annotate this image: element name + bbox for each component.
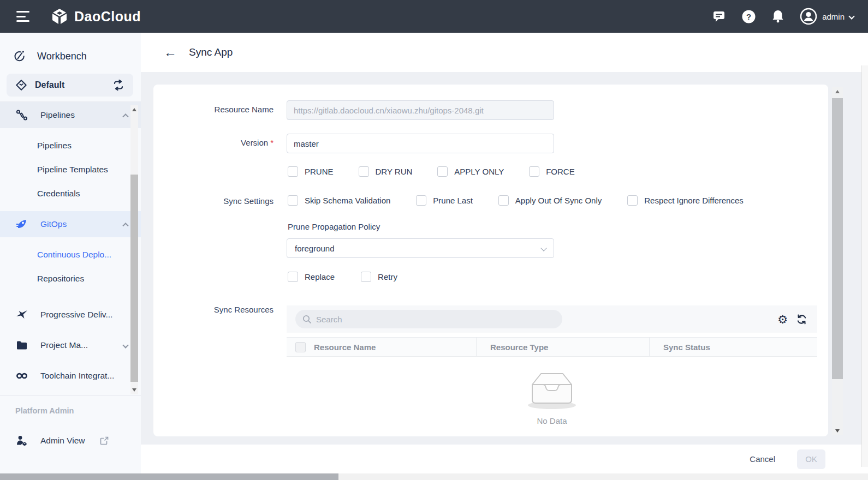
scroll-down-arrow-icon[interactable] xyxy=(835,429,840,433)
checkbox-apply-only[interactable]: APPLY ONLY xyxy=(437,166,504,177)
item-label: Pipelines xyxy=(37,141,72,151)
checkbox-box[interactable] xyxy=(627,195,638,206)
help-icon[interactable]: ? xyxy=(741,9,756,24)
svg-text:?: ? xyxy=(746,12,751,21)
checkbox-box[interactable] xyxy=(416,195,426,206)
ok-button[interactable]: OK xyxy=(797,449,825,469)
scroll-down-arrow-icon[interactable] xyxy=(132,388,136,392)
brand-name: DaoCloud xyxy=(74,9,141,25)
refresh-icon[interactable] xyxy=(796,314,807,325)
sync-resources-toolbar: ⚙ xyxy=(287,305,817,333)
checkbox-retry[interactable]: Retry xyxy=(361,272,397,282)
version-input[interactable] xyxy=(287,134,554,153)
sidebar-item-workbench[interactable]: Workbench xyxy=(13,46,141,67)
item-label: Progressive Deliv... xyxy=(40,310,112,320)
resources-table-header: Resource Name Resource Type Sync Status xyxy=(287,337,817,357)
notifications-bell-icon[interactable] xyxy=(770,9,786,24)
settings-gear-icon[interactable]: ⚙ xyxy=(777,314,788,325)
sidebar-item-progressive-delivery[interactable]: Progressive Deliv... xyxy=(0,299,141,330)
menu-toggle-icon[interactable] xyxy=(16,11,31,22)
chevron-down-icon xyxy=(122,342,128,348)
checkbox-prune-last[interactable]: Prune Last xyxy=(416,195,473,206)
window-scrollbar[interactable] xyxy=(861,65,868,467)
search-box[interactable] xyxy=(295,310,562,328)
sidebar-item-repositories[interactable]: Repositories xyxy=(0,267,141,291)
checkbox-box[interactable] xyxy=(498,195,509,206)
checkbox-label: Apply Out Of Sync Only xyxy=(515,196,602,205)
search-input[interactable] xyxy=(316,315,556,324)
admin-user-icon xyxy=(15,434,28,447)
checkbox-label: FORCE xyxy=(546,167,575,176)
checkbox-box[interactable] xyxy=(529,166,539,177)
infinity-icon xyxy=(15,370,28,382)
cancel-button[interactable]: Cancel xyxy=(750,454,775,464)
checkbox-box[interactable] xyxy=(437,166,448,177)
checkbox-box[interactable] xyxy=(359,166,369,177)
sidebar-item-toolchain-integration[interactable]: Toolchain Integrat... xyxy=(0,361,141,391)
empty-state-text: No Data xyxy=(287,416,817,425)
form-scrollbar[interactable] xyxy=(832,87,843,435)
sync-app-form-card: Resource Name Version* PRUNE DRY RUN APP… xyxy=(153,85,828,436)
chevron-up-icon xyxy=(122,223,128,229)
message-icon[interactable] xyxy=(711,9,727,24)
checkbox-prune[interactable]: PRUNE xyxy=(288,166,334,177)
resource-name-input xyxy=(287,100,554,120)
sidebar-item-admin-view[interactable]: Admin View xyxy=(0,427,141,455)
prune-policy-select[interactable]: foreground xyxy=(287,238,554,258)
sidebar-group-gitops[interactable]: GitOps xyxy=(0,211,141,237)
prune-policy-label: Prune Propagation Policy xyxy=(288,222,380,231)
item-label: Pipeline Templates xyxy=(37,165,108,175)
workbench-label: Workbench xyxy=(37,51,87,62)
sync-settings-row: Skip Schema Validation Prune Last Apply … xyxy=(288,195,744,206)
checkbox-dry-run[interactable]: DRY RUN xyxy=(359,166,413,177)
horizontal-scrollbar[interactable] xyxy=(0,473,868,480)
sidebar-item-pipeline-templates[interactable]: Pipeline Templates xyxy=(0,158,141,182)
page-header: ← Sync App xyxy=(141,33,868,72)
checkbox-box[interactable] xyxy=(288,166,298,177)
daocloud-cube-icon xyxy=(50,7,69,26)
workbench-icon xyxy=(13,49,26,64)
back-button[interactable]: ← xyxy=(164,46,177,59)
checkbox-replace[interactable]: Replace xyxy=(288,272,335,282)
checkbox-label: Respect Ignore Differences xyxy=(644,196,744,205)
checkbox-force[interactable]: FORCE xyxy=(529,166,575,177)
checkbox-box[interactable] xyxy=(288,195,298,206)
checkbox-label: Prune Last xyxy=(433,196,473,205)
checkbox-label: DRY RUN xyxy=(376,167,413,176)
form-scrollbar-thumb[interactable] xyxy=(832,98,843,379)
table-tools: ⚙ xyxy=(777,314,807,325)
extra-options-row: Replace Retry xyxy=(288,272,397,282)
sidebar-item-continuous-deployment[interactable]: Continuous Deplo... xyxy=(0,243,141,267)
checkbox-box[interactable] xyxy=(288,272,298,282)
checkbox-respect-ignore-differences[interactable]: Respect Ignore Differences xyxy=(627,195,744,206)
checkbox-apply-out-of-sync-only[interactable]: Apply Out Of Sync Only xyxy=(498,195,602,206)
sidebar-item-credentials[interactable]: Credentials xyxy=(0,182,141,206)
sidebar-item-project-management[interactable]: Project Ma... xyxy=(0,330,141,361)
switch-workspace-icon[interactable] xyxy=(112,80,124,91)
resource-name-label: Resource Name xyxy=(153,105,274,114)
brand-logo[interactable]: DaoCloud xyxy=(50,7,141,26)
folder-icon xyxy=(15,339,28,352)
sidebar-item-pipelines[interactable]: Pipelines xyxy=(0,134,141,158)
item-label: Toolchain Integrat... xyxy=(40,371,114,381)
scroll-up-arrow-icon[interactable] xyxy=(835,90,840,93)
username: admin xyxy=(822,12,845,21)
select-all-checkbox xyxy=(287,338,314,356)
group-label: Pipelines xyxy=(40,110,75,120)
workspace-selector[interactable]: Default xyxy=(7,74,133,97)
sidebar-scrollbar-thumb[interactable] xyxy=(130,175,138,382)
checkbox-skip-schema-validation[interactable]: Skip Schema Validation xyxy=(288,195,390,206)
sidebar-scrollbar[interactable] xyxy=(130,105,138,394)
version-label-text: Version xyxy=(241,138,268,147)
user-menu[interactable]: admin xyxy=(800,8,854,25)
checkbox-box xyxy=(295,342,306,352)
horizontal-scrollbar-thumb[interactable] xyxy=(0,473,338,480)
scroll-up-arrow-icon[interactable] xyxy=(132,108,136,111)
sidebar-group-pipelines[interactable]: Pipelines xyxy=(0,102,141,128)
item-label: Project Ma... xyxy=(40,340,88,350)
checkbox-box[interactable] xyxy=(361,272,371,282)
pipelines-icon xyxy=(15,109,28,122)
column-sync-status: Sync Status xyxy=(650,338,817,356)
footer-bar: Cancel OK xyxy=(141,445,868,473)
avatar xyxy=(800,8,817,25)
